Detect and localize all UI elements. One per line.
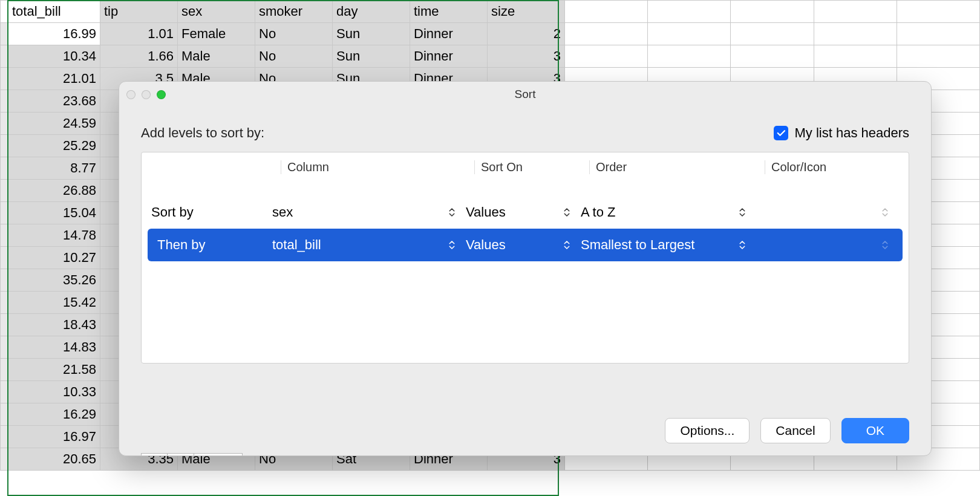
col-header-sorton: Sort On bbox=[474, 160, 589, 174]
col-header-coloricon: Color/Icon bbox=[765, 160, 909, 174]
sort-dialog: Sort Add levels to sort by: My list has … bbox=[119, 81, 932, 456]
cell[interactable]: Dinner bbox=[410, 23, 488, 45]
chevron-updown-icon bbox=[446, 240, 457, 250]
cell[interactable]: 16.29 bbox=[8, 403, 100, 426]
cell[interactable]: 1.66 bbox=[100, 45, 178, 68]
ok-button[interactable]: OK bbox=[841, 418, 909, 443]
cell[interactable]: 15.42 bbox=[8, 292, 100, 314]
chevron-updown-icon bbox=[561, 240, 572, 250]
copy-level-button[interactable]: Copy bbox=[194, 453, 243, 456]
minimize-icon[interactable] bbox=[142, 90, 151, 99]
table-row: 10.34 1.66 Male No Sun Dinner 3 bbox=[1, 45, 980, 68]
sort-levels-panel: Column Sort On Order Color/Icon Sort by … bbox=[141, 152, 909, 364]
sort-level-row[interactable]: Sort by sex Values A to Z bbox=[142, 196, 909, 229]
cell[interactable]: 18.43 bbox=[8, 314, 100, 336]
col-header[interactable]: sex bbox=[178, 1, 255, 23]
cell[interactable]: 24.59 bbox=[8, 113, 100, 135]
cell[interactable]: 35.26 bbox=[8, 269, 100, 292]
sort-coloricon-select[interactable] bbox=[756, 240, 899, 250]
cell[interactable]: Sun bbox=[333, 23, 410, 45]
cell[interactable]: 23.68 bbox=[8, 90, 100, 113]
sort-column-select[interactable]: sex bbox=[272, 204, 466, 220]
cell[interactable]: 10.33 bbox=[8, 381, 100, 403]
col-header[interactable]: time bbox=[410, 1, 488, 23]
col-header[interactable]: size bbox=[488, 1, 565, 23]
cell[interactable]: 20.65 bbox=[8, 448, 100, 471]
cell[interactable]: Male bbox=[178, 45, 255, 68]
cell[interactable]: 16.97 bbox=[8, 426, 100, 448]
cell[interactable]: 21.58 bbox=[8, 359, 100, 381]
cell[interactable]: 10.34 bbox=[8, 45, 100, 68]
chevron-updown-icon bbox=[880, 240, 890, 250]
sort-on-select[interactable]: Values bbox=[466, 237, 581, 253]
table-row: 16.99 1.01 Female No Sun Dinner 2 bbox=[1, 23, 980, 45]
add-level-button[interactable]: + bbox=[141, 453, 168, 456]
cell[interactable]: Dinner bbox=[410, 45, 488, 68]
cell[interactable]: 16.99 bbox=[8, 23, 100, 45]
cell[interactable]: No bbox=[255, 45, 333, 68]
cell[interactable]: No bbox=[255, 23, 333, 45]
sort-columns-header: Column Sort On Order Color/Icon bbox=[142, 152, 909, 181]
options-button[interactable]: Options... bbox=[665, 418, 750, 443]
cancel-button[interactable]: Cancel bbox=[760, 418, 830, 443]
cell[interactable]: 14.83 bbox=[8, 336, 100, 359]
sort-order-select[interactable]: Smallest to Largest bbox=[581, 237, 756, 253]
zoom-icon[interactable] bbox=[157, 90, 166, 99]
col-header[interactable]: tip bbox=[100, 1, 178, 23]
col-header[interactable]: smoker bbox=[255, 1, 333, 23]
headers-checkbox[interactable]: My list has headers bbox=[774, 125, 909, 141]
chevron-updown-icon bbox=[561, 207, 572, 218]
cell[interactable]: 3 bbox=[488, 45, 565, 68]
col-header-column: Column bbox=[281, 160, 474, 174]
chevron-updown-icon bbox=[737, 240, 748, 250]
cell[interactable]: 26.88 bbox=[8, 180, 100, 202]
sort-coloricon-select[interactable] bbox=[756, 207, 899, 218]
cell[interactable]: Female bbox=[178, 23, 255, 45]
dialog-title: Sort bbox=[119, 88, 931, 101]
cell[interactable]: 10.27 bbox=[8, 247, 100, 269]
sort-column-select[interactable]: total_bill bbox=[272, 237, 466, 253]
sort-order-select[interactable]: A to Z bbox=[581, 204, 756, 220]
headers-checkbox-label: My list has headers bbox=[794, 125, 909, 141]
sort-level-label: Sort by bbox=[151, 204, 272, 220]
table-header-row: total_bill tip sex smoker day time size bbox=[1, 1, 980, 23]
dialog-prompt: Add levels to sort by: bbox=[141, 125, 264, 141]
col-header[interactable]: total_bill bbox=[8, 1, 100, 23]
cell[interactable]: 2 bbox=[488, 23, 565, 45]
chevron-updown-icon bbox=[880, 207, 890, 218]
col-header[interactable]: day bbox=[333, 1, 410, 23]
cell[interactable]: 14.78 bbox=[8, 224, 100, 247]
sort-on-select[interactable]: Values bbox=[466, 204, 581, 220]
cell[interactable]: 15.04 bbox=[8, 202, 100, 224]
cell[interactable]: 21.01 bbox=[8, 68, 100, 90]
checkmark-icon bbox=[774, 126, 788, 140]
close-icon[interactable] bbox=[126, 90, 136, 99]
titlebar: Sort bbox=[119, 82, 931, 107]
cell[interactable]: 25.29 bbox=[8, 135, 100, 157]
col-header-order: Order bbox=[589, 160, 765, 174]
remove-level-button[interactable]: − bbox=[168, 453, 194, 456]
chevron-updown-icon bbox=[737, 207, 748, 218]
chevron-updown-icon bbox=[446, 207, 457, 218]
sort-level-label: Then by bbox=[151, 237, 272, 253]
sort-level-row[interactable]: Then by total_bill Values Smallest to La… bbox=[148, 229, 903, 261]
cell[interactable]: Sun bbox=[333, 45, 410, 68]
cell[interactable]: 1.01 bbox=[100, 23, 178, 45]
cell[interactable]: 8.77 bbox=[8, 157, 100, 180]
